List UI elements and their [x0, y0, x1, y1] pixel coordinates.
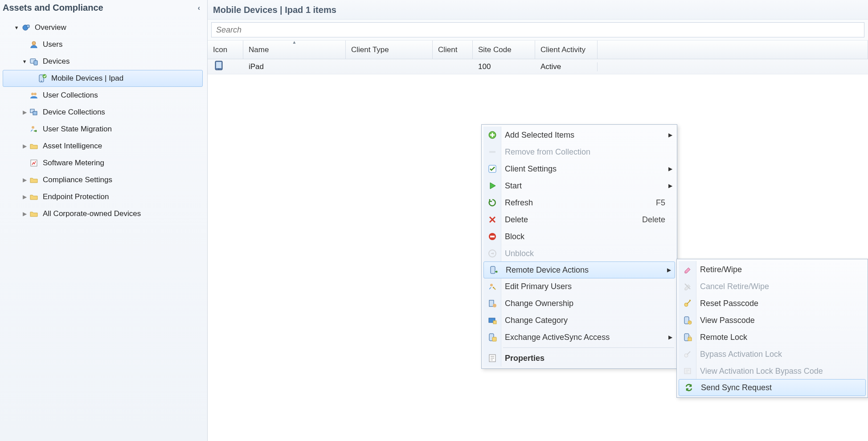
tree-item-asset-intelligence[interactable]: ▶Asset Intelligence	[3, 138, 203, 155]
col-client[interactable]: Client	[433, 41, 473, 59]
row-site-code: 100	[473, 62, 535, 71]
svg-rect-34	[689, 300, 691, 301]
menu-item-label: View Activation Lock Bypass Code	[700, 367, 823, 376]
menu-separator	[503, 347, 674, 348]
tree-item-users[interactable]: Users	[3, 36, 203, 53]
submenu-arrow-icon: ▶	[668, 334, 672, 340]
svg-point-6	[41, 81, 42, 82]
metering-icon	[29, 158, 39, 168]
menu-item-remote-lock[interactable]: Remote Lock	[678, 329, 867, 346]
context-submenu[interactable]: Retire/WipeCancel Retire/WipeReset Passc…	[676, 259, 868, 398]
tree-item-software-metering[interactable]: Software Metering	[3, 155, 203, 172]
menu-item-view-passcode[interactable]: View Passcode	[678, 312, 867, 329]
context-menu[interactable]: Add Selected Items▶Remove from Collectio…	[481, 124, 677, 369]
play-icon	[487, 180, 498, 191]
menu-item-add-selected-items[interactable]: Add Selected Items▶	[483, 127, 676, 143]
menu-item-send-sync-request[interactable]: Send Sync Request	[679, 379, 866, 396]
tree-item-label: Compliance Settings	[43, 176, 112, 184]
nav-tree: ▼OverviewUsers▼DevicesMobile Devices | I…	[0, 17, 207, 224]
col-client-type[interactable]: Client Type	[346, 41, 433, 59]
chevron-right-icon[interactable]: ▶	[20, 177, 29, 183]
col-client-activity[interactable]: Client Activity	[535, 41, 598, 59]
menu-item-block[interactable]: Block	[483, 228, 676, 245]
exchange-icon	[487, 332, 498, 343]
chevron-right-icon[interactable]: ▶	[20, 143, 29, 149]
table-row[interactable]: iPad 100 Active	[208, 59, 868, 74]
plus-icon	[487, 130, 498, 140]
menu-item-exchange-activesync-access[interactable]: Exchange ActiveSync Access▶	[483, 329, 676, 346]
svg-rect-21	[490, 236, 495, 237]
refresh-icon	[487, 197, 498, 208]
menu-item-properties[interactable]: Properties	[483, 350, 676, 367]
remote-icon	[488, 265, 499, 275]
search-input[interactable]	[211, 22, 864, 37]
tree-item-endpoint-protection[interactable]: ▶Endpoint Protection	[3, 188, 203, 205]
tree-item-user-state-migration[interactable]: User State Migration	[3, 121, 203, 138]
tree-item-device-collections[interactable]: ▶Device Collections	[3, 104, 203, 121]
menu-item-label: Retire/Wipe	[700, 265, 742, 274]
menu-item-label: Block	[505, 232, 524, 241]
menu-item-retire-wipe[interactable]: Retire/Wipe	[678, 261, 867, 278]
svg-rect-31	[492, 337, 496, 341]
menu-item-remote-device-actions[interactable]: Remote Device Actions▶	[483, 261, 675, 278]
col-spacer	[598, 41, 868, 59]
tree-item-user-collections[interactable]: User Collections	[3, 87, 203, 104]
menu-item-label: Reset Passcode	[700, 299, 758, 308]
svg-point-24	[490, 284, 493, 286]
chevron-right-icon[interactable]: ▶	[20, 211, 29, 217]
main-panel: Mobile Devices | Ipad 1 items Icon ▲Name…	[208, 0, 868, 441]
tree-item-overview[interactable]: ▼Overview	[3, 19, 203, 36]
menu-item-start[interactable]: Start▶	[483, 177, 676, 194]
menu-item-refresh[interactable]: RefreshF5	[483, 194, 676, 211]
svg-rect-1	[27, 25, 29, 28]
chevron-down-icon[interactable]: ▼	[21, 59, 28, 65]
tree-item-label: Users	[43, 40, 62, 49]
folder-icon	[29, 192, 39, 202]
menu-item-delete[interactable]: DeleteDelete	[483, 211, 676, 228]
svg-rect-29	[493, 321, 496, 324]
menu-item-label: Bypass Activation Lock	[700, 350, 782, 359]
sidebar-collapse-icon[interactable]: ‹	[195, 4, 203, 12]
wipe-icon	[682, 264, 693, 275]
menu-item-label: Refresh	[505, 198, 533, 208]
svg-point-8	[31, 93, 34, 95]
svg-point-2	[32, 41, 36, 45]
col-icon[interactable]: Icon	[208, 41, 243, 59]
submenu-arrow-icon: ▶	[668, 183, 672, 189]
menu-item-change-category[interactable]: Change Category	[483, 312, 676, 329]
menu-item-label: Change Category	[505, 316, 568, 325]
menu-item-label: Cancel Retire/Wipe	[700, 282, 769, 291]
tree-item-compliance-settings[interactable]: ▶Compliance Settings	[3, 172, 203, 188]
col-site-code[interactable]: Site Code	[473, 41, 535, 59]
menu-item-view-activation-lock-bypass-code: View Activation Lock Bypass Code	[678, 363, 867, 380]
menu-item-edit-primary-users[interactable]: Edit Primary Users	[483, 278, 676, 295]
delete-icon	[487, 214, 498, 225]
tree-item-all-corporate-owned-devices[interactable]: ▶All Corporate-owned Devices	[3, 205, 203, 222]
category-icon	[487, 315, 498, 326]
owner-icon	[487, 298, 498, 309]
menu-item-label: Delete	[505, 215, 528, 225]
col-name[interactable]: ▲Name	[243, 41, 346, 59]
menu-item-client-settings[interactable]: Client Settings▶	[483, 160, 676, 177]
svg-rect-38	[688, 338, 692, 341]
search-bar	[208, 20, 868, 41]
chevron-right-icon[interactable]: ▶	[20, 194, 29, 200]
chevron-down-icon[interactable]: ▼	[13, 25, 20, 31]
folder-icon	[29, 141, 39, 151]
chevron-right-icon[interactable]: ▶	[20, 109, 29, 115]
menu-item-change-ownership[interactable]: Change Ownership	[483, 295, 676, 312]
main-title: Mobile Devices | Ipad 1 items	[213, 5, 336, 15]
menu-item-label: Unblock	[505, 249, 534, 258]
menu-item-label: Send Sync Request	[701, 383, 772, 392]
menu-item-bypass-activation-lock: Bypass Activation Lock	[678, 346, 867, 363]
svg-rect-11	[33, 111, 37, 115]
menu-item-shortcut: Delete	[624, 215, 665, 225]
menu-item-label: Change Ownership	[505, 299, 573, 308]
cancel-wipe-icon	[682, 281, 693, 292]
tree-item-label: Endpoint Protection	[43, 192, 109, 201]
tree-item-devices[interactable]: ▼Devices	[3, 53, 203, 70]
row-icon-cell	[208, 61, 243, 73]
view-pass-icon	[682, 315, 693, 326]
menu-item-reset-passcode[interactable]: Reset Passcode	[678, 295, 867, 312]
tree-item-mobile-devices-ipad[interactable]: Mobile Devices | Ipad	[3, 70, 203, 87]
